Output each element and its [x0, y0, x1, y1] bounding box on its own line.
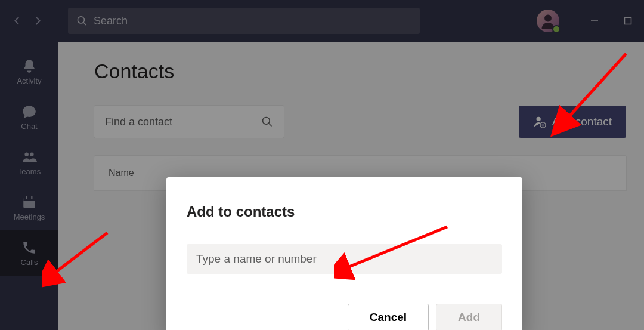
- cancel-button[interactable]: Cancel: [348, 304, 429, 330]
- modal-actions: Cancel Add: [187, 304, 502, 330]
- add-button[interactable]: Add: [436, 304, 502, 330]
- add-to-contacts-modal: Add to contacts Cancel Add: [166, 177, 522, 330]
- contact-name-input[interactable]: [187, 244, 502, 274]
- modal-title: Add to contacts: [187, 203, 502, 220]
